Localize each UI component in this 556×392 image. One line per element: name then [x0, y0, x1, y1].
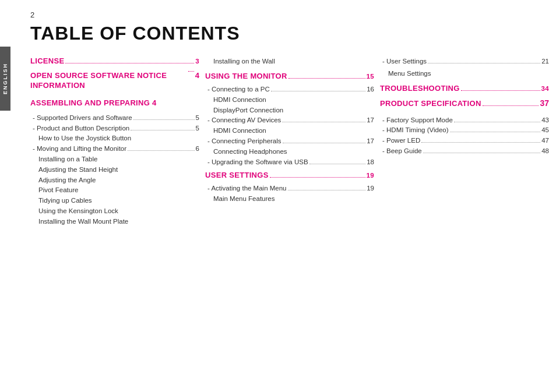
toc-section-oss: OPEN SOURCE SOFTWARE NOTICE INFORMATION …: [30, 71, 199, 93]
main-menu-label: - Activating the Main Menu: [207, 183, 287, 194]
moving-label: - Moving and Lifting the Monitor: [33, 144, 126, 154]
hdmi-timing-label: - HDMI Timing (Video): [382, 125, 449, 136]
joystick-label: How to Use the Joystick Button: [38, 135, 131, 142]
factory-label: - Factory Support Mode: [382, 115, 453, 126]
angle-label: Adjusting the Angle: [38, 176, 96, 183]
cables-label: Tidying up Cables: [38, 197, 92, 204]
main-menu-page: 19: [367, 183, 374, 194]
user-settings2-dots: [428, 63, 540, 63]
assembling-page: 4: [152, 98, 157, 108]
toc-entry-joystick: How to Use the Joystick Button: [30, 133, 199, 144]
toc-entry-table: Installing on a Table: [30, 154, 199, 165]
beep-dots: [423, 153, 540, 153]
table-label: Installing on a Table: [38, 156, 97, 163]
toc-entry-usb: - Upgrading the Software via USB 18: [205, 157, 374, 168]
product-desc-label: - Product and Button Description: [33, 123, 129, 134]
main-menu-features-label: Main Menu Features: [213, 195, 275, 202]
connecting-pc-label: - Connecting to a PC: [207, 84, 270, 95]
using-page: 15: [367, 72, 374, 81]
menu-settings-label: Menu Settings: [388, 70, 431, 77]
peripherals-page: 17: [367, 136, 374, 147]
toc-grid: LICENSE 3 OPEN SOURCE SOFTWARE NOTICE IN…: [30, 56, 544, 227]
toc-entry-menu-settings: Menu Settings: [380, 69, 549, 79]
page-title: TABLE OF CONTENTS: [30, 23, 544, 44]
toc-entry-moving: - Moving and Lifting the Monitor 6: [30, 144, 199, 154]
main-content: TABLE OF CONTENTS LICENSE 3 OPEN SOURCE …: [30, 23, 544, 380]
connecting-av-label: - Connecting AV Devices: [207, 115, 281, 126]
connecting-pc-dots: [271, 91, 365, 91]
factory-dots: [454, 122, 540, 122]
beep-page: 48: [541, 146, 549, 157]
oss-label: OPEN SOURCE SOFTWARE NOTICE INFORMATION: [30, 71, 187, 91]
connecting-av-dots: [282, 122, 365, 122]
toc-entry-product-desc: - Product and Button Description 5: [30, 123, 199, 134]
main-menu-dots: [288, 190, 366, 190]
toc-entry-main-menu-features: Main Menu Features: [205, 194, 374, 204]
toc-entry-connecting-av: - Connecting AV Devices 17: [205, 115, 374, 126]
peripherals-label: - Connecting Peripherals: [207, 136, 281, 147]
troubleshooting-dots: [461, 90, 540, 91]
product-spec-label: PRODUCT SPECIFICATION: [380, 99, 481, 109]
toc-entry-hdmi-timing: - HDMI Timing (Video) 45: [380, 125, 549, 136]
toc-section-assembling: ASSEMBLING AND PREPARING 4: [30, 98, 199, 110]
oss-page: 4: [195, 71, 199, 80]
toc-entry-factory: - Factory Support Mode 43: [380, 115, 549, 126]
stand-label: Adjusting the Stand Height: [38, 166, 118, 173]
hdmi2-label: HDMI Connection: [213, 127, 266, 134]
connecting-av-page: 17: [367, 115, 374, 126]
toc-entry-hdmi2: HDMI Connection: [205, 126, 374, 136]
toc-entry-headphones: Connecting Headphones: [205, 147, 374, 157]
toc-section-using: USING THE MONITOR 15: [205, 72, 374, 82]
beep-label: - Beep Guide: [382, 146, 422, 157]
usb-dots: [309, 164, 366, 164]
hdmi-timing-page: 45: [541, 125, 549, 136]
power-led-page: 47: [541, 136, 549, 146]
usb-label: - Upgrading the Software via USB: [207, 157, 308, 168]
toc-entry-pivot: Pivot Feature: [30, 185, 199, 196]
pivot-label: Pivot Feature: [38, 186, 78, 193]
license-page: 3: [195, 57, 199, 66]
toc-col-2: Installing on the Wall USING THE MONITOR…: [205, 56, 374, 227]
wall-label: Installing on the Wall: [213, 58, 275, 65]
user-settings-page: 19: [367, 171, 374, 180]
drivers-dots: [133, 119, 195, 120]
moving-page: 6: [196, 144, 199, 154]
assembling-label: ASSEMBLING AND PREPARING: [30, 98, 152, 108]
user-settings2-page: 21: [541, 56, 549, 67]
toc-entry-dp: DisplayPort Connection: [205, 105, 374, 116]
kensington-label: Using the Kensington Lock: [38, 207, 118, 214]
using-label: USING THE MONITOR: [205, 72, 287, 82]
toc-entry-connecting-pc: - Connecting to a PC 16: [205, 84, 374, 95]
toc-entry-main-menu: - Activating the Main Menu 19: [205, 183, 374, 194]
license-label: LICENSE: [30, 56, 64, 66]
toc-entry-peripherals: - Connecting Peripherals 17: [205, 136, 374, 147]
toc-section-license: LICENSE 3: [30, 56, 199, 66]
toc-entry-stand: Adjusting the Stand Height: [30, 165, 199, 175]
power-led-label: - Power LED: [382, 136, 420, 146]
toc-entry-drivers: - Supported Drivers and Software 5: [30, 113, 199, 123]
user-settings-label: USER SETTINGS: [205, 171, 269, 181]
hdmi1-label: HDMI Connection: [213, 96, 266, 103]
product-spec-page: 37: [540, 98, 549, 108]
factory-page: 43: [541, 115, 549, 126]
connecting-pc-page: 16: [367, 84, 374, 95]
toc-entry-kensington: Using the Kensington Lock: [30, 206, 199, 217]
language-tab: ENGLISH: [0, 47, 10, 111]
toc-entry-user-settings2: - User Settings 21: [380, 56, 549, 67]
toc-entry-power-led: - Power LED 47: [380, 136, 549, 146]
toc-col-1: LICENSE 3 OPEN SOURCE SOFTWARE NOTICE IN…: [30, 56, 199, 227]
peripherals-dots: [283, 143, 366, 143]
toc-entry-wallmount: Installing the Wall Mount Plate: [30, 217, 199, 227]
using-dots: [288, 78, 365, 79]
dp-label: DisplayPort Connection: [213, 107, 283, 114]
license-dots: [65, 63, 194, 63]
moving-dots: [128, 150, 195, 151]
toc-col-3: - User Settings 21 Menu Settings TROUBLE…: [380, 56, 549, 227]
troubleshooting-page: 34: [541, 84, 549, 93]
drivers-label: - Supported Drivers and Software: [33, 113, 132, 123]
power-led-dots: [421, 142, 540, 143]
page-number: 2: [30, 10, 34, 19]
toc-entry-wall: Installing on the Wall: [205, 56, 374, 67]
user-settings2-label: - User Settings: [382, 56, 427, 67]
toc-entry-cables: Tidying up Cables: [30, 196, 199, 206]
